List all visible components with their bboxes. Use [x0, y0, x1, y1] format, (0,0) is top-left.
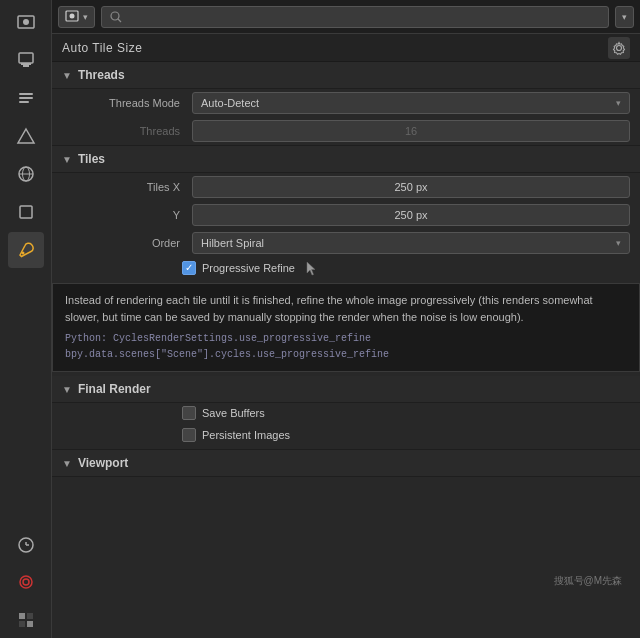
panel-title: Auto Tile Size [62, 41, 142, 55]
threads-mode-value: Auto-Detect ▾ [192, 92, 630, 114]
sidebar-icon-clock[interactable] [8, 526, 44, 562]
sidebar-icon-checker[interactable] [8, 602, 44, 638]
tiles-x-field[interactable]: 250 px [192, 176, 630, 198]
svg-rect-7 [19, 101, 29, 103]
tiles-y-label: Y [82, 209, 192, 221]
svg-rect-3 [23, 65, 29, 67]
tiles-x-value: 250 px [192, 176, 630, 198]
save-buffers-label: Save Buffers [202, 407, 265, 419]
tiles-section-title: Tiles [78, 152, 105, 166]
tiles-y-field[interactable]: 250 px [192, 204, 630, 226]
gear-button[interactable] [608, 37, 630, 59]
svg-rect-4 [21, 63, 31, 65]
persistent-images-label: Persistent Images [202, 429, 290, 441]
threads-count-field: 16 [192, 120, 630, 142]
threads-mode-dropdown[interactable]: Auto-Detect ▾ [192, 92, 630, 114]
final-render-arrow: ▼ [62, 384, 72, 395]
search-bar[interactable] [101, 6, 609, 28]
topbar-mode-dropdown[interactable]: ▾ [58, 6, 95, 28]
topbar: ▾ ▾ [52, 0, 640, 34]
svg-point-17 [20, 576, 32, 588]
threads-count-row: Threads 16 [52, 117, 640, 145]
topbar-right-dropdown[interactable]: ▾ [615, 6, 634, 28]
sidebar-icon-cycle[interactable] [8, 564, 44, 600]
svg-point-13 [21, 252, 24, 255]
sidebar-icon-wrench[interactable] [8, 232, 44, 268]
tiles-y-value: 250 px [192, 204, 630, 226]
persistent-images-row: Persistent Images [52, 425, 640, 445]
sidebar-icon-view-layer[interactable] [8, 80, 44, 116]
svg-rect-19 [19, 613, 25, 619]
viewport-section-title: Viewport [78, 456, 128, 470]
chevron-down-icon: ▾ [616, 238, 621, 248]
threads-count-label: Threads [82, 125, 192, 137]
save-buffers-checkbox[interactable] [182, 406, 196, 420]
chevron-down-icon: ▾ [616, 98, 621, 108]
svg-rect-5 [19, 93, 33, 95]
order-label: Order [82, 237, 192, 249]
svg-marker-8 [18, 129, 34, 143]
threads-count-value: 16 [192, 120, 630, 142]
svg-rect-6 [19, 97, 33, 99]
sidebar [0, 0, 52, 638]
final-render-section-header[interactable]: ▼ Final Render [52, 376, 640, 403]
sidebar-icon-output[interactable] [8, 42, 44, 78]
progressive-refine-checkbox[interactable]: ✓ [182, 261, 196, 275]
python-line2: bpy.data.scenes["Scene"].cycles.use_prog… [65, 347, 627, 363]
svg-line-26 [118, 19, 121, 22]
progressive-refine-label: Progressive Refine [202, 262, 295, 274]
svg-point-1 [23, 19, 29, 25]
svg-rect-12 [20, 206, 32, 218]
order-value: Hilbert Spiral ▾ [192, 232, 630, 254]
threads-section-title: Threads [78, 68, 125, 82]
threads-section-header[interactable]: ▼ Threads [52, 62, 640, 89]
final-render-section-title: Final Render [78, 382, 151, 396]
persistent-images-checkbox[interactable] [182, 428, 196, 442]
svg-rect-21 [19, 621, 25, 627]
tooltip-box: Instead of rendering each tile until it … [52, 283, 640, 372]
tooltip-text: Instead of rendering each tile until it … [65, 292, 627, 325]
svg-rect-22 [27, 621, 33, 627]
order-dropdown[interactable]: Hilbert Spiral ▾ [192, 232, 630, 254]
save-buffers-row: Save Buffers [52, 403, 640, 423]
tiles-arrow: ▼ [62, 154, 72, 165]
sidebar-icon-object[interactable] [8, 194, 44, 230]
search-input[interactable] [126, 11, 600, 23]
threads-arrow: ▼ [62, 70, 72, 81]
viewport-section-header[interactable]: ▼ Viewport [52, 450, 640, 477]
order-row: Order Hilbert Spiral ▾ [52, 229, 640, 257]
svg-point-25 [111, 12, 119, 20]
tiles-x-label: Tiles X [82, 181, 192, 193]
sidebar-icon-world[interactable] [8, 156, 44, 192]
main-panel: ▾ ▾ Auto Tile Size ▼ Threads Threads Mod… [52, 0, 640, 638]
threads-mode-row: Threads Mode Auto-Detect ▾ [52, 89, 640, 117]
cursor-icon [305, 260, 317, 276]
tiles-section-header[interactable]: ▼ Tiles [52, 146, 640, 173]
tooltip-python: Python: CyclesRenderSettings.use_progres… [65, 331, 627, 363]
tiles-y-row: Y 250 px [52, 201, 640, 229]
progressive-refine-row: ✓ Progressive Refine [52, 257, 640, 279]
threads-mode-label: Threads Mode [82, 97, 192, 109]
viewport-arrow: ▼ [62, 458, 72, 469]
panel-header: Auto Tile Size [52, 34, 640, 62]
svg-rect-20 [27, 613, 33, 619]
tiles-x-row: Tiles X 250 px [52, 173, 640, 201]
svg-rect-2 [19, 53, 33, 63]
sidebar-icon-scene[interactable] [8, 118, 44, 154]
python-line1: Python: CyclesRenderSettings.use_progres… [65, 331, 627, 347]
svg-point-24 [70, 13, 75, 18]
svg-point-18 [23, 579, 29, 585]
svg-point-27 [617, 45, 622, 50]
checkmark-icon: ✓ [185, 263, 193, 273]
sidebar-icon-render[interactable] [8, 4, 44, 40]
